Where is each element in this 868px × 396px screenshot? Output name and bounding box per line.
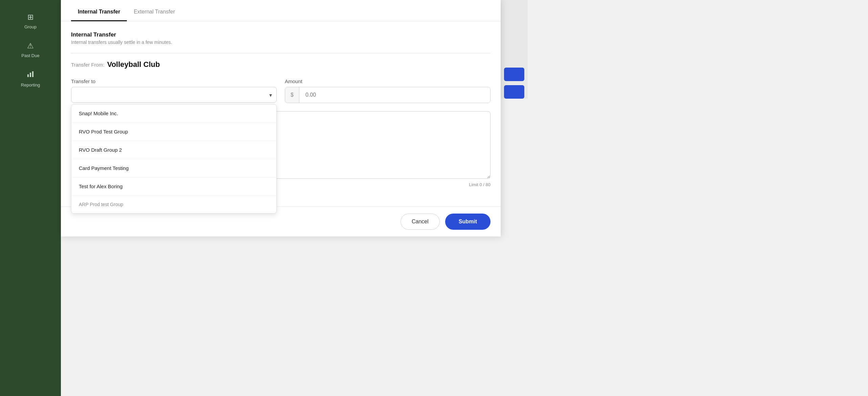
- sidebar-item-past-due-label: Past Due: [21, 53, 39, 58]
- svg-rect-2: [32, 71, 33, 77]
- transfer-to-dropdown: Snap! Mobile Inc. RVO Prod Test Group RV…: [71, 104, 277, 214]
- section-title: Internal Transfer: [71, 31, 490, 38]
- sidebar-item-past-due[interactable]: ⚠ Past Due: [0, 35, 61, 64]
- amount-group: Amount $: [285, 78, 490, 103]
- svg-rect-0: [27, 74, 29, 77]
- sidebar-item-group-label: Group: [24, 24, 37, 29]
- right-panel-btn-1: [504, 68, 524, 81]
- main-area: Internal Transfer External Transfer Inte…: [61, 0, 868, 396]
- section-subtitle: Internal transfers usually settle in a f…: [71, 40, 490, 45]
- dropdown-item-card-payment[interactable]: Card Payment Testing: [71, 159, 276, 177]
- tabs-bar: Internal Transfer External Transfer: [61, 0, 501, 21]
- right-panel-btn-2: [504, 85, 524, 99]
- dropdown-item-rvo-prod[interactable]: RVO Prod Test Group: [71, 123, 276, 141]
- transfer-to-select-wrapper: ▾ Snap! Mobile Inc. RVO Prod Test Group …: [71, 87, 277, 103]
- warning-icon: ⚠: [27, 42, 34, 50]
- sidebar-item-reporting[interactable]: Reporting: [0, 64, 61, 94]
- transfer-to-select[interactable]: [71, 87, 277, 103]
- divider: [71, 53, 490, 53]
- transfer-amount-row: Transfer to ▾ Snap! Mobile Inc. R: [71, 78, 490, 103]
- dropdown-item-snap-mobile[interactable]: Snap! Mobile Inc.: [71, 104, 276, 123]
- amount-input[interactable]: [299, 87, 490, 103]
- svg-rect-1: [30, 73, 31, 77]
- transfer-to-group: Transfer to ▾ Snap! Mobile Inc. R: [71, 78, 277, 103]
- transfer-from-row: Transfer From: Volleyball Club: [71, 60, 490, 69]
- form-content: Internal Transfer Internal transfers usu…: [61, 21, 501, 206]
- transfer-to-label: Transfer to: [71, 78, 277, 84]
- dropdown-item-test-alex[interactable]: Test for Alex Boring: [71, 177, 276, 196]
- sidebar-item-group[interactable]: ⊞ Group: [0, 7, 61, 35]
- cancel-button[interactable]: Cancel: [401, 214, 440, 230]
- dropdown-item-arp-prod[interactable]: ARP Prod test Group: [71, 196, 276, 213]
- tab-internal-transfer[interactable]: Internal Transfer: [71, 3, 127, 21]
- sidebar: ⊞ Group ⚠ Past Due Reporting: [0, 0, 61, 396]
- tab-external-transfer[interactable]: External Transfer: [127, 3, 182, 21]
- amount-prefix: $: [285, 87, 299, 103]
- dropdown-item-rvo-draft[interactable]: RVO Draft Group 2: [71, 141, 276, 159]
- chart-icon: [27, 70, 34, 80]
- transfer-from-label: Transfer From:: [71, 62, 105, 68]
- amount-input-wrapper: $: [285, 87, 490, 103]
- transfer-from-value: Volleyball Club: [107, 60, 160, 69]
- right-panel: [501, 0, 528, 99]
- submit-button[interactable]: Submit: [445, 214, 490, 230]
- amount-label: Amount: [285, 78, 490, 84]
- modal-container: Internal Transfer External Transfer Inte…: [61, 0, 501, 237]
- group-icon: ⊞: [27, 13, 33, 22]
- sidebar-item-reporting-label: Reporting: [21, 82, 40, 88]
